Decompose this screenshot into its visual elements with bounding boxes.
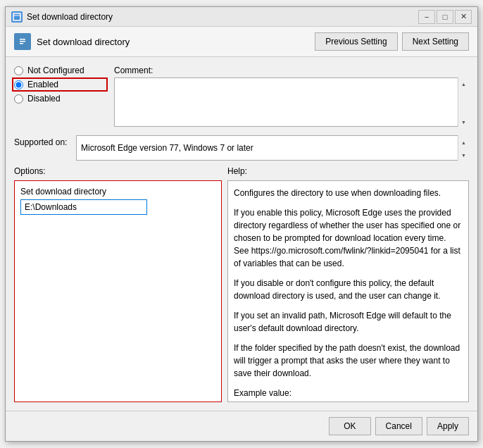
title-bar-controls: − □ ✕ (418, 10, 472, 24)
download-path-input[interactable]: E:\Downloads (20, 199, 147, 215)
svg-rect-5 (20, 43, 23, 44)
next-setting-button[interactable]: Next Setting (402, 32, 469, 51)
main-section: Options: Set download directory E:\Downl… (14, 166, 469, 402)
header-left: Set download directory (14, 33, 130, 50)
header-bar: Set download directory Previous Setting … (6, 27, 477, 57)
options-content: Set download directory E:\Downloads (14, 180, 222, 402)
comment-textarea[interactable] (114, 77, 469, 127)
content-area: Not Configured Enabled Disabled Comment: (6, 57, 477, 411)
header-title: Set download directory (37, 37, 130, 47)
help-para-5: If the folder specified by the path does… (234, 342, 463, 380)
close-button[interactable]: ✕ (455, 10, 472, 24)
option-label-row: Set download directory E:\Downloads (20, 187, 215, 215)
bottom-bar: OK Cancel Apply (6, 411, 477, 441)
window-icon (11, 11, 23, 23)
header-buttons: Previous Setting Next Setting (315, 32, 469, 51)
apply-button[interactable]: Apply (427, 417, 469, 435)
svg-rect-0 (13, 13, 20, 20)
disabled-label: Disabled (27, 94, 61, 104)
help-panel: Help: Configures the directory to use wh… (227, 166, 469, 402)
maximize-button[interactable]: □ (437, 10, 453, 24)
svg-rect-4 (20, 41, 25, 42)
supported-on-label: Supported on: (14, 135, 70, 161)
comment-container (114, 77, 469, 127)
help-para-2: If you enable this policy, Microsoft Edg… (234, 206, 463, 270)
disabled-radio[interactable] (14, 94, 23, 104)
options-panel: Options: Set download directory E:\Downl… (14, 166, 222, 402)
svg-rect-3 (20, 39, 25, 40)
radio-group: Not Configured Enabled Disabled (14, 66, 106, 127)
supported-scroll-down (461, 149, 466, 159)
supported-on-text: Microsoft Edge version 77, Windows 7 or … (81, 143, 253, 153)
previous-setting-button[interactable]: Previous Setting (315, 32, 397, 51)
title-bar-left: Set download directory (11, 11, 113, 23)
supported-on-row: Supported on: Microsoft Edge version 77,… (14, 135, 469, 161)
comment-label: Comment: (114, 66, 469, 75)
top-section: Not Configured Enabled Disabled Comment: (14, 66, 469, 127)
set-download-dir-label: Set download directory (20, 187, 215, 197)
minimize-button[interactable]: − (418, 10, 435, 24)
disabled-option[interactable]: Disabled (14, 94, 106, 104)
main-window: Set download directory − □ ✕ Set downloa… (5, 6, 478, 442)
options-title: Options: (14, 166, 222, 176)
comment-section: Comment: (114, 66, 469, 127)
ok-button[interactable]: OK (329, 417, 370, 435)
enabled-label: Enabled (27, 80, 58, 89)
enabled-option[interactable]: Enabled (14, 80, 106, 89)
not-configured-label: Not Configured (27, 66, 84, 75)
help-para-3: If you disable or don't configure this p… (234, 277, 463, 302)
help-para-4: If you set an invalid path, Microsoft Ed… (234, 309, 463, 335)
help-para-1: Configures the directory to use when dow… (234, 187, 463, 199)
cancel-button[interactable]: Cancel (375, 417, 422, 435)
window-title: Set download directory (27, 12, 113, 22)
enabled-radio[interactable] (14, 80, 23, 89)
not-configured-radio[interactable] (14, 66, 23, 75)
help-title: Help: (227, 166, 469, 176)
title-bar: Set download directory − □ ✕ (6, 7, 477, 27)
supported-on-value: Microsoft Edge version 77, Windows 7 or … (76, 135, 469, 161)
supported-scroll-up (461, 137, 466, 147)
supported-on-scrollbar (458, 135, 469, 161)
not-configured-option[interactable]: Not Configured (14, 66, 106, 75)
policy-icon (14, 33, 31, 50)
help-para-6: Example value: Linux-based OSes (includi… (234, 387, 463, 402)
help-content[interactable]: Configures the directory to use when dow… (227, 180, 469, 402)
supported-on-field: Microsoft Edge version 77, Windows 7 or … (76, 135, 469, 161)
